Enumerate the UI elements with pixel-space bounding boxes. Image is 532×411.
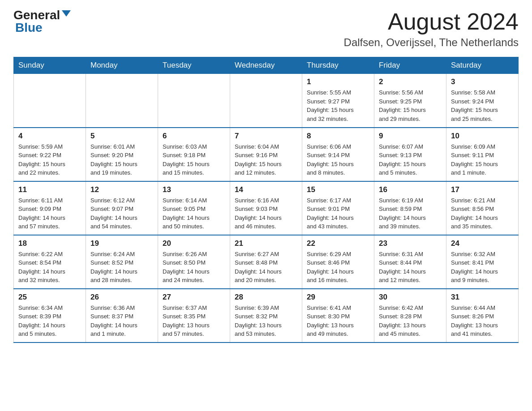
- day-info: Sunrise: 6:21 AM Sunset: 8:56 PM Dayligh…: [451, 196, 514, 231]
- calendar-cell: 22Sunrise: 6:29 AM Sunset: 8:46 PM Dayli…: [302, 235, 374, 289]
- day-info: Sunrise: 6:39 AM Sunset: 8:32 PM Dayligh…: [235, 304, 297, 338]
- day-number: 26: [90, 293, 153, 302]
- calendar-cell: 23Sunrise: 6:31 AM Sunset: 8:44 PM Dayli…: [374, 235, 446, 289]
- calendar-cell: 20Sunrise: 6:26 AM Sunset: 8:50 PM Dayli…: [158, 235, 230, 289]
- calendar-body: 1Sunrise: 5:55 AM Sunset: 9:27 PM Daylig…: [14, 74, 519, 342]
- calendar-header: SundayMondayTuesdayWednesdayThursdayFrid…: [14, 57, 519, 74]
- day-number: 14: [235, 185, 297, 194]
- day-info: Sunrise: 5:58 AM Sunset: 9:24 PM Dayligh…: [451, 88, 514, 123]
- day-number: 31: [451, 293, 514, 302]
- day-info: Sunrise: 6:14 AM Sunset: 9:05 PM Dayligh…: [163, 196, 225, 231]
- day-info: Sunrise: 6:01 AM Sunset: 9:20 PM Dayligh…: [90, 142, 153, 177]
- day-info: Sunrise: 6:24 AM Sunset: 8:52 PM Dayligh…: [90, 250, 153, 285]
- day-number: 4: [18, 132, 81, 141]
- day-info: Sunrise: 6:29 AM Sunset: 8:46 PM Dayligh…: [307, 250, 369, 285]
- day-number: 6: [163, 132, 225, 141]
- header-cell-friday: Friday: [374, 57, 446, 74]
- calendar-cell: 11Sunrise: 6:11 AM Sunset: 9:09 PM Dayli…: [14, 181, 86, 235]
- day-info: Sunrise: 5:59 AM Sunset: 9:22 PM Dayligh…: [18, 142, 81, 177]
- day-number: 1: [307, 77, 369, 86]
- calendar-cell: 2Sunrise: 5:56 AM Sunset: 9:25 PM Daylig…: [374, 74, 446, 128]
- logo-general: General: [13, 9, 60, 21]
- day-number: 15: [307, 185, 369, 194]
- calendar-cell: 14Sunrise: 6:16 AM Sunset: 9:03 PM Dayli…: [230, 181, 302, 235]
- calendar-cell: 17Sunrise: 6:21 AM Sunset: 8:56 PM Dayli…: [446, 181, 519, 235]
- location-title: Dalfsen, Overijssel, The Netherlands: [344, 36, 519, 49]
- day-number: 19: [90, 239, 153, 248]
- day-number: 12: [90, 185, 153, 194]
- calendar-cell: 19Sunrise: 6:24 AM Sunset: 8:52 PM Dayli…: [86, 235, 158, 289]
- day-number: 5: [90, 132, 153, 141]
- calendar-cell: [230, 74, 302, 128]
- calendar-cell: 31Sunrise: 6:44 AM Sunset: 8:26 PM Dayli…: [446, 289, 519, 342]
- header-cell-wednesday: Wednesday: [230, 57, 302, 74]
- week-row-1: 1Sunrise: 5:55 AM Sunset: 9:27 PM Daylig…: [14, 74, 519, 128]
- calendar-cell: [158, 74, 230, 128]
- day-info: Sunrise: 6:03 AM Sunset: 9:18 PM Dayligh…: [163, 142, 225, 177]
- day-info: Sunrise: 6:26 AM Sunset: 8:50 PM Dayligh…: [163, 250, 225, 285]
- calendar-cell: 3Sunrise: 5:58 AM Sunset: 9:24 PM Daylig…: [446, 74, 519, 128]
- week-row-5: 25Sunrise: 6:34 AM Sunset: 8:39 PM Dayli…: [14, 289, 519, 342]
- day-number: 30: [379, 293, 442, 302]
- day-info: Sunrise: 6:27 AM Sunset: 8:48 PM Dayligh…: [235, 250, 297, 285]
- header-cell-saturday: Saturday: [446, 57, 519, 74]
- day-number: 2: [379, 77, 442, 86]
- week-row-4: 18Sunrise: 6:22 AM Sunset: 8:54 PM Dayli…: [14, 235, 519, 289]
- calendar-cell: 16Sunrise: 6:19 AM Sunset: 8:59 PM Dayli…: [374, 181, 446, 235]
- calendar-cell: 26Sunrise: 6:36 AM Sunset: 8:37 PM Dayli…: [86, 289, 158, 342]
- day-number: 9: [379, 132, 442, 141]
- calendar-cell: 27Sunrise: 6:37 AM Sunset: 8:35 PM Dayli…: [158, 289, 230, 342]
- calendar-cell: 15Sunrise: 6:17 AM Sunset: 9:01 PM Dayli…: [302, 181, 374, 235]
- day-number: 27: [163, 293, 225, 302]
- day-info: Sunrise: 6:32 AM Sunset: 8:41 PM Dayligh…: [451, 250, 514, 285]
- page-header: General Blue August 2024 Dalfsen, Overij…: [13, 9, 519, 49]
- week-row-2: 4Sunrise: 5:59 AM Sunset: 9:22 PM Daylig…: [14, 128, 519, 181]
- calendar-cell: 5Sunrise: 6:01 AM Sunset: 9:20 PM Daylig…: [86, 128, 158, 181]
- header-cell-monday: Monday: [86, 57, 158, 74]
- day-info: Sunrise: 5:56 AM Sunset: 9:25 PM Dayligh…: [379, 88, 442, 123]
- day-number: 21: [235, 239, 297, 248]
- calendar-table: SundayMondayTuesdayWednesdayThursdayFrid…: [13, 57, 519, 343]
- day-number: 22: [307, 239, 369, 248]
- calendar-cell: 30Sunrise: 6:42 AM Sunset: 8:28 PM Dayli…: [374, 289, 446, 342]
- month-title: August 2024: [344, 9, 519, 34]
- day-number: 11: [18, 185, 81, 194]
- day-number: 8: [307, 132, 369, 141]
- day-number: 17: [451, 185, 514, 194]
- calendar-cell: [86, 74, 158, 128]
- calendar-cell: 29Sunrise: 6:41 AM Sunset: 8:30 PM Dayli…: [302, 289, 374, 342]
- calendar-cell: 6Sunrise: 6:03 AM Sunset: 9:18 PM Daylig…: [158, 128, 230, 181]
- day-info: Sunrise: 6:04 AM Sunset: 9:16 PM Dayligh…: [235, 142, 297, 177]
- week-row-3: 11Sunrise: 6:11 AM Sunset: 9:09 PM Dayli…: [14, 181, 519, 235]
- logo-blue: Blue: [15, 21, 43, 34]
- title-block: August 2024 Dalfsen, Overijssel, The Net…: [344, 9, 519, 49]
- header-cell-thursday: Thursday: [302, 57, 374, 74]
- calendar-cell: 25Sunrise: 6:34 AM Sunset: 8:39 PM Dayli…: [14, 289, 86, 342]
- day-info: Sunrise: 6:17 AM Sunset: 9:01 PM Dayligh…: [307, 196, 369, 231]
- day-info: Sunrise: 6:07 AM Sunset: 9:13 PM Dayligh…: [379, 142, 442, 177]
- day-info: Sunrise: 6:31 AM Sunset: 8:44 PM Dayligh…: [379, 250, 442, 285]
- day-number: 18: [18, 239, 81, 248]
- logo-triangle-icon: [62, 10, 71, 17]
- header-cell-tuesday: Tuesday: [158, 57, 230, 74]
- day-number: 7: [235, 132, 297, 141]
- calendar-cell: 12Sunrise: 6:12 AM Sunset: 9:07 PM Dayli…: [86, 181, 158, 235]
- day-info: Sunrise: 6:19 AM Sunset: 8:59 PM Dayligh…: [379, 196, 442, 231]
- day-info: Sunrise: 6:42 AM Sunset: 8:28 PM Dayligh…: [379, 304, 442, 338]
- calendar-cell: 21Sunrise: 6:27 AM Sunset: 8:48 PM Dayli…: [230, 235, 302, 289]
- day-info: Sunrise: 6:36 AM Sunset: 8:37 PM Dayligh…: [90, 304, 153, 338]
- calendar-cell: 4Sunrise: 5:59 AM Sunset: 9:22 PM Daylig…: [14, 128, 86, 181]
- day-number: 13: [163, 185, 225, 194]
- day-number: 29: [307, 293, 369, 302]
- calendar-cell: 8Sunrise: 6:06 AM Sunset: 9:14 PM Daylig…: [302, 128, 374, 181]
- calendar-cell: 1Sunrise: 5:55 AM Sunset: 9:27 PM Daylig…: [302, 74, 374, 128]
- calendar-cell: 18Sunrise: 6:22 AM Sunset: 8:54 PM Dayli…: [14, 235, 86, 289]
- day-info: Sunrise: 6:34 AM Sunset: 8:39 PM Dayligh…: [18, 304, 81, 338]
- day-info: Sunrise: 6:12 AM Sunset: 9:07 PM Dayligh…: [90, 196, 153, 231]
- calendar-cell: 13Sunrise: 6:14 AM Sunset: 9:05 PM Dayli…: [158, 181, 230, 235]
- day-number: 25: [18, 293, 81, 302]
- day-number: 10: [451, 132, 514, 141]
- calendar-cell: 10Sunrise: 6:09 AM Sunset: 9:11 PM Dayli…: [446, 128, 519, 181]
- header-row: SundayMondayTuesdayWednesdayThursdayFrid…: [14, 57, 519, 74]
- day-info: Sunrise: 6:11 AM Sunset: 9:09 PM Dayligh…: [18, 196, 81, 231]
